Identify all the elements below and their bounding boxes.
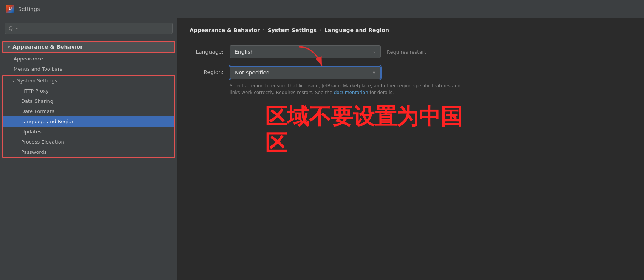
search-icon: Q [9,25,13,31]
documentation-link[interactable]: documentation [334,90,368,95]
language-row: Language: English ∨ Requires restart [190,45,632,58]
language-value: English [235,49,254,55]
search-dropdown-icon: ▾ [16,26,18,31]
region-label: Region: [190,66,224,75]
sidebar-item-system-settings[interactable]: ∨ System Settings [3,76,174,86]
app-logo: U [6,5,14,13]
region-row: Region: Not specified ∨ Select a region … [190,66,632,96]
title-bar: U Settings [0,0,644,18]
sidebar-item-appearance-behavior[interactable]: ∨ Appearance & Behavior [2,41,175,53]
chevron-down-icon-sub: ∨ [12,79,15,83]
sidebar-item-date-formats[interactable]: Date Formats [3,106,174,116]
breadcrumb-language-region: Language and Region [324,27,389,33]
sidebar-group-label: Appearance & Behavior [12,44,83,50]
region-value: Not specified [235,70,270,76]
sidebar-item-http-proxy[interactable]: HTTP Proxy [3,86,174,96]
requires-restart-label: Requires restart [387,49,426,55]
app-title: Settings [18,6,40,12]
sidebar-item-passwords[interactable]: Passwords [3,147,174,157]
annotation-text: 区域不要设置为中国区 [265,104,632,156]
sidebar-item-data-sharing[interactable]: Data Sharing [3,96,174,106]
chevron-down-icon: ∨ [8,45,10,49]
breadcrumb-system-settings: System Settings [268,27,317,33]
sidebar-item-appearance[interactable]: Appearance [0,54,177,64]
language-label: Language: [190,49,224,55]
breadcrumb: Appearance & Behavior › System Settings … [190,27,632,33]
content-area: Appearance & Behavior › System Settings … [178,18,644,280]
sidebar: Q ▾ ∨ Appearance & Behavior Appearance M… [0,18,178,280]
breadcrumb-separator-1: › [263,28,265,33]
sidebar-item-language-region[interactable]: Language and Region [3,116,174,127]
search-bar[interactable]: Q ▾ [5,23,173,34]
breadcrumb-separator-2: › [320,28,321,33]
sidebar-item-updates[interactable]: Updates [3,127,174,137]
region-description: Select a region to ensure that licensing… [230,82,471,96]
chevron-down-region-icon: ∨ [372,70,375,75]
sidebar-item-process-elevation[interactable]: Process Elevation [3,137,174,147]
breadcrumb-appearance-behavior: Appearance & Behavior [190,27,260,33]
sidebar-item-menus-toolbars[interactable]: Menus and Toolbars [0,64,177,74]
annotation-overlay: 区域不要设置为中国区 [265,104,632,156]
chevron-down-language-icon: ∨ [373,50,376,54]
annotation-arrow [295,43,329,75]
